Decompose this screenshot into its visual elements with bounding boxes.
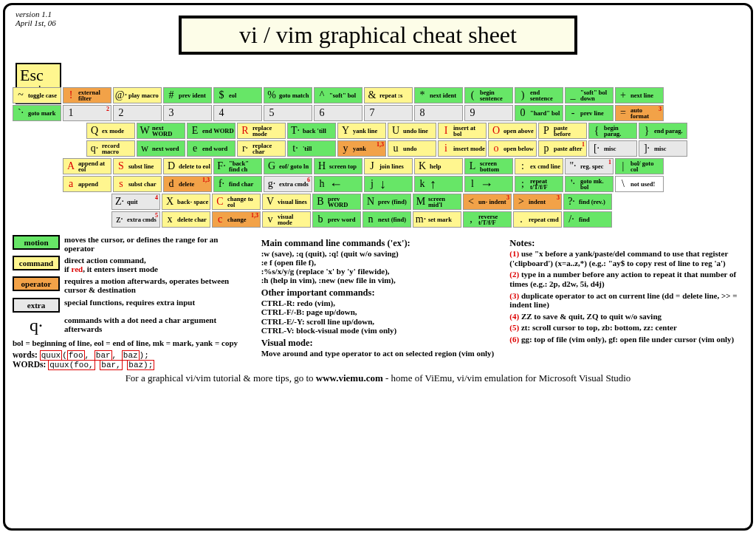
key-u: uundo xyxy=(388,140,436,157)
key-7: 7 xyxy=(364,105,413,121)
key-a: aappend xyxy=(63,176,111,192)
other-cmds-text: CTRL-R: redo (vim), CTRL-F/-B: page up/d… xyxy=(261,299,495,334)
key-: {begin parag. xyxy=(588,123,637,139)
key-y: yyank1,3 xyxy=(337,140,386,157)
key-N: Nprev (find) xyxy=(362,194,411,210)
key-Y: Yyank line xyxy=(337,123,386,139)
key-5: 5 xyxy=(264,105,312,121)
key-: ^"soft" bol xyxy=(314,87,362,103)
key-c: cchange1,3 xyxy=(212,211,261,228)
key-d: ddelete1,3 xyxy=(163,176,212,192)
key-D: Ddelete to eol xyxy=(163,158,212,174)
keyboard-row: Qex modeq·record macroWnext WORDwnext wo… xyxy=(86,123,743,157)
key-: <un- indent3 xyxy=(463,194,512,210)
keyboard-row: Aappend at eolaappendSsubst linessubst c… xyxy=(63,158,743,192)
key-: }end parag. xyxy=(639,123,687,139)
note-2: (2) type in a number before any action t… xyxy=(509,270,743,288)
key-: ?·find (rev.) xyxy=(563,194,612,210)
key-Q: Qex mode xyxy=(86,123,135,139)
key-: _"soft" bol down xyxy=(565,87,614,103)
keyboard-row: Z·quit4z·extra cmds5Xback- spacexdelete … xyxy=(111,194,743,228)
key-: +next line xyxy=(615,87,664,103)
key-: |bol/ goto col xyxy=(615,158,664,174)
bottom-section: motionmoves the cursor, or defines the r… xyxy=(13,235,743,369)
key-j: j↓ xyxy=(364,176,413,192)
key-6: 6 xyxy=(314,105,362,121)
key-O: Oopen above xyxy=(488,123,537,139)
key-W: Wnext WORD xyxy=(137,123,185,139)
main-cmds-text: :w (save), :q (quit), :q! (quit w/o savi… xyxy=(261,249,495,284)
key-8: 8 xyxy=(414,105,463,121)
key-e: eend word xyxy=(187,140,236,157)
cheat-sheet-page: version 1.1April 1st, 06 vi / vim graphi… xyxy=(3,3,753,531)
key-z: z·extra cmds5 xyxy=(111,211,160,228)
key-K: Khelp xyxy=(414,158,463,174)
key-T: T·back 'till xyxy=(287,123,336,139)
key-m: m·set mark xyxy=(413,211,461,228)
key-F: F·"back" find ch xyxy=(213,158,262,174)
key-x: xdelete char xyxy=(162,211,210,228)
q-dot-legend: q· xyxy=(13,316,60,335)
key-Z: Z·quit4 xyxy=(111,194,160,210)
key-P: Ppaste before xyxy=(538,123,587,139)
key-4: 4 xyxy=(213,105,262,121)
key-: =auto format3 xyxy=(615,105,664,121)
key-: $eol xyxy=(213,87,262,103)
key-: ~toggle case xyxy=(13,87,61,103)
key-: ,reverse t/T/f/F xyxy=(463,211,512,228)
key-: '·goto mk. bol xyxy=(565,176,614,192)
key-n: nnext (find) xyxy=(362,211,411,228)
key-b: bprev word xyxy=(312,211,361,228)
key-: -prev line xyxy=(565,105,614,121)
key-: !external filter xyxy=(63,87,111,103)
keyboard-row: ~toggle case`·goto mark!external filter1… xyxy=(13,87,743,121)
key-C: Cchange to eol xyxy=(212,194,261,210)
keyboard-layout: ~toggle case`·goto mark!external filter1… xyxy=(13,87,743,228)
key-3: 3 xyxy=(163,105,212,121)
key-o: oopen below xyxy=(488,140,537,157)
page-title: vi / vim graphical cheat sheet xyxy=(179,16,577,55)
legend-column: motionmoves the cursor, or defines the r… xyxy=(13,235,247,369)
key-g: g·extra cmds6 xyxy=(264,176,312,192)
key-t: t·'till xyxy=(287,140,336,157)
key-V: Vvisual lines xyxy=(262,194,311,210)
visual-heading: Visual mode: xyxy=(261,338,495,349)
key-: %goto match xyxy=(264,87,312,103)
visual-text: Move around and type operator to act on … xyxy=(261,349,495,358)
note-4: (4) ZZ to save & quit, ZQ to quit w/o sa… xyxy=(509,312,743,321)
key-: "·reg. spec1 xyxy=(565,158,614,174)
note-5: (5) zt: scroll cursor to top, zb: bottom… xyxy=(509,323,743,333)
key-L: Lscreen bottom xyxy=(464,158,513,174)
key-: @·play macro xyxy=(113,87,162,103)
key-v: vvisual mode xyxy=(262,211,311,228)
legend-command: commanddirect action command,if red, it … xyxy=(13,256,247,273)
key-B: Bprev WORD xyxy=(312,194,361,210)
key-k: k↑ xyxy=(414,176,463,192)
key-: >indent3 xyxy=(513,194,562,210)
key-: `·goto mark xyxy=(13,105,61,121)
key-1: 12 xyxy=(63,105,111,121)
commands-column: Main command line commands ('ex'): :w (s… xyxy=(261,235,495,369)
key-s: ssubst char xyxy=(113,176,162,192)
key-: *next ident xyxy=(414,87,463,103)
key-: [·misc xyxy=(588,140,637,157)
key-: )end sentence xyxy=(515,87,563,103)
other-cmds-heading: Other important commands: xyxy=(261,287,495,299)
key-X: Xback- space xyxy=(162,194,210,210)
legend-operator: operatorrequires a motion afterwards, op… xyxy=(13,276,247,294)
key-U: Uundo line xyxy=(388,123,436,139)
key-I: Iinsert at bol xyxy=(438,123,487,139)
note-1: (1) use "x before a yank/paste/del comma… xyxy=(509,249,743,268)
key-h: h← xyxy=(314,176,362,192)
key-S: Ssubst line xyxy=(113,158,162,174)
abbreviations: bol = beginning of line, eol = end of li… xyxy=(13,338,247,347)
key-w: wnext word xyxy=(137,140,185,157)
key-G: Geof/ goto ln xyxy=(264,158,312,174)
words-demo: words: quux(foo, bar, baz); xyxy=(13,350,247,360)
key-E: Eend WORD xyxy=(187,123,236,139)
key-: #prev ident xyxy=(163,87,212,103)
key-: ]·misc xyxy=(639,140,687,157)
legend-extra: extraspecial functions, requires extra i… xyxy=(13,298,247,313)
key-J: Jjoin lines xyxy=(364,158,413,174)
main-cmds-heading: Main command line commands ('ex'): xyxy=(261,238,495,249)
